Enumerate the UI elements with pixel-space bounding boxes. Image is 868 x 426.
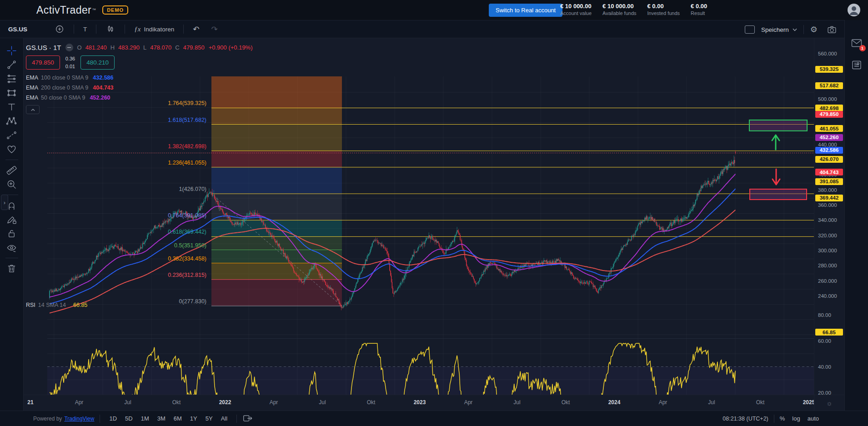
- save-layout-control[interactable]: Speichern Speichern: [761, 26, 797, 33]
- tool-rectangle[interactable]: [4, 86, 20, 100]
- price-tick: 240.000: [818, 293, 837, 299]
- minus-circle-icon[interactable]: [65, 44, 73, 51]
- redo-button[interactable]: ↷: [208, 24, 220, 35]
- account-stat: € 10 000.00Available funds: [602, 3, 636, 16]
- ohlc-key: O: [77, 44, 82, 51]
- expand-watchlist-tab[interactable]: ›: [1, 195, 8, 210]
- axis-settings-button[interactable]: ☼: [814, 395, 844, 411]
- tool-divider: [5, 258, 18, 258]
- percent-scale-button[interactable]: %: [780, 415, 785, 422]
- tool-forecast[interactable]: [4, 128, 20, 142]
- news-icon: [851, 59, 863, 71]
- price-badge: 461.055: [815, 125, 843, 132]
- account-stats: € 10 000.00Account value€ 10 000.00Avail…: [560, 3, 707, 16]
- time-label: Apr: [261, 399, 286, 406]
- fx-icon: ƒx: [134, 25, 140, 33]
- stat-label: Account value: [560, 10, 592, 16]
- price-tick: 360.000: [818, 202, 837, 208]
- tool-trend-line[interactable]: [4, 58, 20, 72]
- indicator-name: EMA: [26, 85, 38, 91]
- price-tick: 280.000: [818, 263, 837, 268]
- tool-text[interactable]: [4, 100, 20, 114]
- time-label: 2022: [212, 399, 238, 406]
- switch-to-real-button[interactable]: Switch to Real account: [489, 4, 562, 17]
- stat-value: € 10 000.00: [560, 3, 592, 10]
- indicator-legend-row[interactable]: EMA200 close 0 SMA 9404.743: [26, 85, 253, 91]
- chart-type-button[interactable]: [103, 22, 118, 36]
- layout-select-button[interactable]: [745, 25, 755, 34]
- chart-legend: GS.US · 1T O481.240H483.290L478.070C479.…: [26, 44, 253, 114]
- price-axis[interactable]: 560.000500.000440.000400.000380.000360.0…: [814, 38, 844, 395]
- fib-retracement-icon: [6, 73, 17, 85]
- go-to-date-icon: [242, 413, 253, 424]
- news-button[interactable]: [851, 59, 863, 71]
- time-label: Jul: [504, 399, 530, 406]
- tool-remove-all[interactable]: [4, 261, 20, 276]
- spread-points: 0.36: [62, 55, 78, 62]
- brand-logo: ActivTrader™ DEMO: [36, 0, 128, 20]
- snapshot-button[interactable]: [824, 23, 840, 37]
- log-scale-button[interactable]: log: [792, 415, 800, 422]
- ruler-icon: [6, 165, 17, 176]
- footer-divider: [774, 415, 774, 423]
- indicator-value: 404.743: [93, 85, 113, 91]
- tradingview-link[interactable]: TradingView: [64, 416, 94, 422]
- clock-label[interactable]: 08:21:38 (UTC+2): [722, 416, 768, 422]
- tool-ruler[interactable]: [4, 163, 20, 177]
- legend-symbol-interval[interactable]: GS.US · 1T: [26, 44, 61, 51]
- price-tick: 340.000: [818, 217, 837, 223]
- toolbar-divider: [803, 25, 804, 34]
- tool-divider: [5, 160, 18, 160]
- sell-price-button[interactable]: 479.850: [26, 55, 60, 70]
- svg-text:1.236(461.055): 1.236(461.055): [168, 160, 206, 166]
- indicator-legend-row[interactable]: EMA100 close 0 SMA 9432.586: [26, 75, 253, 81]
- range-5y[interactable]: 5Y: [202, 414, 216, 423]
- compare-add-button[interactable]: [52, 22, 67, 36]
- price-chart-canvas[interactable]: 1.764(539.325)1.618(517.682)1.382(482.69…: [47, 76, 838, 426]
- candlestick-icon: [105, 24, 115, 34]
- indicator-legend-row[interactable]: EMA50 close 0 SMA 9452.260: [26, 95, 253, 101]
- tool-drawing-lock[interactable]: [4, 212, 20, 226]
- range-1m[interactable]: 1M: [137, 414, 153, 423]
- tool-xabcd-pattern[interactable]: [4, 114, 20, 128]
- collapse-legend-button[interactable]: [26, 105, 40, 114]
- avatar[interactable]: [847, 3, 861, 17]
- time-label: Apr: [66, 399, 92, 406]
- svg-text:1(426.070): 1(426.070): [179, 186, 206, 192]
- undo-button[interactable]: ↶: [190, 24, 202, 35]
- tool-crosshair[interactable]: [4, 44, 20, 58]
- range-3m[interactable]: 3M: [154, 414, 169, 423]
- save-label: Speichern: [761, 26, 789, 33]
- stat-label: Available funds: [602, 10, 636, 16]
- toolbar-divider: [125, 25, 125, 34]
- tool-lock-all[interactable]: [4, 226, 20, 241]
- range-all[interactable]: All: [217, 414, 231, 423]
- ohlc-key: H: [110, 44, 115, 51]
- rsi-name[interactable]: RSI: [26, 302, 35, 308]
- time-axis[interactable]: 21AprJulOkt2022AprJulOkt2023AprJulOkt202…: [24, 395, 814, 411]
- range-6m[interactable]: 6M: [170, 414, 186, 423]
- symbol-label[interactable]: GS.US: [8, 26, 27, 33]
- text-icon: [6, 101, 17, 113]
- rsi-tick: 80.00: [818, 312, 831, 318]
- settings-gear-icon[interactable]: ⚙: [810, 25, 818, 35]
- tool-zoom-in[interactable]: [4, 177, 20, 191]
- range-5d[interactable]: 5D: [121, 414, 136, 423]
- change-value: +0.900 (+0.19%): [209, 44, 253, 51]
- indicators-button[interactable]: ƒx Indikatoren: [131, 24, 177, 35]
- buy-price-button[interactable]: 480.210: [80, 55, 115, 70]
- indicator-name: EMA: [26, 95, 38, 101]
- indicator-name: EMA: [26, 75, 38, 81]
- auto-scale-button[interactable]: auto: [808, 415, 819, 422]
- plus-circle-icon: [55, 24, 65, 34]
- range-1d[interactable]: 1D: [105, 414, 120, 423]
- go-to-date-button[interactable]: [242, 413, 253, 424]
- range-1y[interactable]: 1Y: [186, 414, 201, 423]
- tool-hide-all[interactable]: [4, 241, 20, 255]
- price-badge: 426.070: [815, 156, 843, 163]
- tool-favorites-heart[interactable]: [4, 142, 20, 156]
- mail-button[interactable]: 1: [851, 37, 863, 49]
- interval-button[interactable]: T: [80, 24, 90, 35]
- time-label: Okt: [553, 399, 578, 406]
- tool-fib-retracement[interactable]: [4, 72, 20, 86]
